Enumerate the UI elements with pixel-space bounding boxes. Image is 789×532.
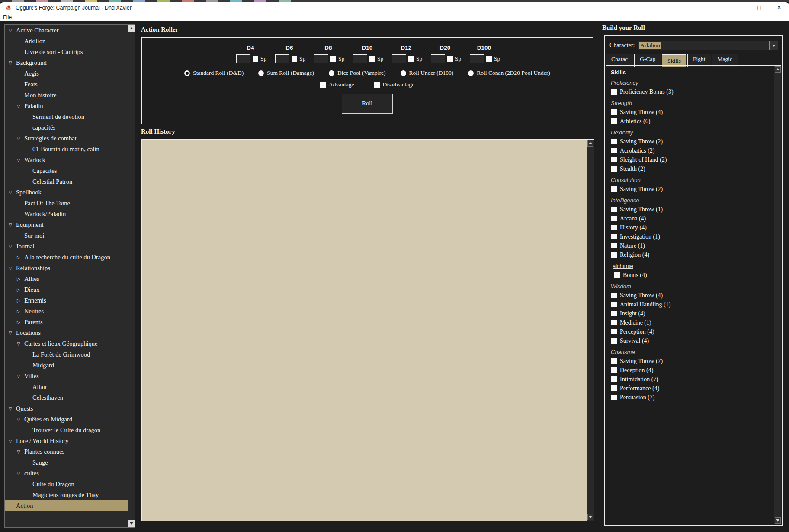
checkbox-icon[interactable]	[611, 376, 617, 382]
collapse-icon[interactable]: ▽	[17, 136, 24, 141]
tree-item-relationships[interactable]: ▽Relationships	[5, 263, 128, 274]
checkbox-icon[interactable]	[611, 89, 617, 95]
checkbox-icon[interactable]	[611, 338, 617, 344]
collapse-icon[interactable]: ▽	[17, 417, 24, 422]
tree-item-alli-s[interactable]: ▷Alliés	[5, 274, 128, 284]
chevron-down-icon[interactable]	[769, 41, 778, 50]
checkbox-icon[interactable]	[611, 302, 617, 307]
tree-item-capacit-s[interactable]: Capacités	[5, 166, 128, 176]
skill-saving-throw-7-checkbox[interactable]: Saving Throw (7)	[611, 357, 774, 365]
tree-item-active-character[interactable]: ▽Active Character	[5, 25, 128, 36]
tree-item-warlock-paladin[interactable]: Warlock/Paladin	[5, 209, 128, 220]
tree-item-celestial-patron[interactable]: Celestial Patron	[5, 176, 128, 187]
minimize-button[interactable]: —	[729, 2, 749, 13]
roll-history-scrollbar[interactable]	[587, 140, 594, 521]
radio-icon[interactable]	[184, 70, 190, 76]
skill-nature-1-checkbox[interactable]: Nature (1)	[611, 242, 774, 250]
tree-item-paladin[interactable]: ▽Paladin	[5, 101, 128, 111]
roll-mode-roll-under-d100[interactable]: Roll Under (D100)	[401, 70, 454, 76]
skill-insight-4-checkbox[interactable]: Insight (4)	[611, 309, 774, 318]
skill-stealth-2-checkbox[interactable]: Stealth (2)	[611, 165, 774, 173]
checkbox-icon[interactable]	[611, 311, 617, 316]
tree-item-trouver-le-culte-du-dragon[interactable]: Trouver le Culte du dragon	[5, 425, 128, 436]
skill-saving-throw-2-checkbox[interactable]: Saving Throw (2)	[611, 137, 774, 146]
expand-icon[interactable]: ▷	[17, 277, 24, 281]
checkbox-icon[interactable]	[611, 216, 617, 221]
d12-sp-checkbox[interactable]	[408, 56, 414, 62]
tree-item-warlock[interactable]: ▽Warlock	[5, 155, 128, 166]
skill-deception-4-checkbox[interactable]: Deception (4)	[611, 366, 774, 374]
radio-icon[interactable]	[329, 70, 334, 76]
character-select[interactable]: Arkilion	[638, 41, 778, 50]
scroll-up-icon[interactable]	[128, 25, 135, 32]
checkbox-icon[interactable]	[611, 385, 617, 391]
skill-proficiency-bonus-3-checkbox[interactable]: Proficiency Bonus (3)	[611, 88, 774, 96]
roll-mode-roll-conan-2d20-pool-under[interactable]: Roll Conan (2D20 Pool Under)	[468, 70, 550, 76]
tree-item-ennemis[interactable]: ▷Ennemis	[5, 295, 128, 306]
scroll-up-icon[interactable]	[587, 140, 593, 147]
collapse-icon[interactable]: ▽	[9, 244, 16, 249]
expand-icon[interactable]: ▷	[17, 298, 24, 303]
skill-survival-4-checkbox[interactable]: Survival (4)	[611, 337, 774, 345]
radio-icon[interactable]	[258, 70, 264, 76]
tree-item-alta-r[interactable]: Altaïr	[5, 382, 128, 392]
d4-sp-checkbox[interactable]	[253, 56, 258, 62]
tree-item-background[interactable]: ▽Background	[5, 57, 128, 68]
d20-count-input[interactable]	[431, 54, 445, 63]
tree-item-sur-moi[interactable]: Sur moi	[5, 230, 128, 241]
disadvantage-checkbox[interactable]: Disadvantage	[374, 81, 414, 88]
collapse-icon[interactable]: ▽	[17, 158, 24, 162]
tree-item-mon-histoire[interactable]: Mon histoire	[5, 90, 128, 101]
tree-item-cartes-et-lieux-g-ographique[interactable]: ▽Cartes et lieux Géographique	[5, 338, 128, 349]
tree-item-sauge[interactable]: Sauge	[5, 457, 128, 468]
checkbox-icon[interactable]	[611, 243, 617, 248]
collapse-icon[interactable]: ▽	[9, 331, 16, 335]
scroll-down-icon[interactable]	[587, 514, 593, 520]
collapse-icon[interactable]: ▽	[9, 28, 16, 33]
skill-perception-4-checkbox[interactable]: Perception (4)	[611, 328, 774, 336]
skill-medicine-1-checkbox[interactable]: Medicine (1)	[611, 319, 774, 327]
checkbox-icon[interactable]	[611, 166, 617, 172]
tree-item-locations[interactable]: ▽Locations	[5, 328, 128, 338]
advantage-checkbox[interactable]: Advantage	[320, 81, 354, 88]
sidebar-scrollbar[interactable]	[128, 25, 135, 527]
scroll-up-icon[interactable]	[775, 66, 781, 73]
titlebar[interactable]: Oggure's Forge: Campaign Journal - Dnd X…	[0, 2, 789, 13]
roll-mode-sum-roll-damage[interactable]: Sum Roll (Damage)	[258, 70, 314, 76]
checkbox-icon[interactable]	[611, 109, 617, 115]
skill-acrobatics-2-checkbox[interactable]: Acrobatics (2)	[611, 147, 774, 155]
tree-item-serment-de-d-votion[interactable]: Serment de dévotion	[5, 111, 128, 122]
collapse-icon[interactable]: ▽	[9, 266, 16, 271]
tree-item-equipment[interactable]: ▽Equipment	[5, 220, 128, 230]
tree-item-action[interactable]: Action	[5, 500, 128, 511]
tree-item-pact-of-the-tome[interactable]: Pact Of The Tome	[5, 198, 128, 209]
checkbox-icon[interactable]	[611, 207, 617, 212]
d10-sp-checkbox[interactable]	[369, 56, 375, 62]
tree-item-spellbook[interactable]: ▽Spellbook	[5, 187, 128, 198]
collapse-icon[interactable]: ▽	[9, 190, 16, 195]
checkbox-icon[interactable]	[611, 186, 617, 192]
roll-mode-dice-pool-vampire[interactable]: Dice Pool (Vampire)	[329, 70, 386, 76]
scroll-down-icon[interactable]	[128, 520, 135, 527]
checkbox-icon[interactable]	[611, 148, 617, 153]
checkbox-icon[interactable]	[611, 157, 617, 162]
collapse-icon[interactable]: ▽	[17, 471, 24, 476]
close-button[interactable]: ✕	[769, 2, 789, 13]
expand-icon[interactable]: ▷	[17, 255, 24, 260]
d100-sp-checkbox[interactable]	[486, 56, 492, 62]
expand-icon[interactable]: ▷	[17, 320, 24, 325]
tree-item-quests[interactable]: ▽Quests	[5, 403, 128, 414]
tree-item-strat-gies-de-combat[interactable]: ▽Stratégies de combat	[5, 133, 128, 144]
tree-item-a-la-recherche-du-culte-du-dragon[interactable]: ▷A la recherche du culte du Dragon	[5, 252, 128, 263]
checkbox-icon[interactable]	[614, 272, 620, 278]
collapse-icon[interactable]: ▽	[17, 449, 24, 454]
checkbox-icon[interactable]	[611, 139, 617, 144]
d8-sp-checkbox[interactable]	[330, 56, 336, 62]
menu-file[interactable]: File	[0, 14, 15, 20]
collapse-icon[interactable]: ▽	[9, 61, 16, 65]
checkbox-icon[interactable]	[611, 293, 617, 298]
skill-sleight-of-hand-2-checkbox[interactable]: Sleight of Hand (2)	[611, 156, 774, 164]
skills-scrollbar[interactable]	[774, 66, 781, 524]
tree-item-livre-de-sort-cantrips[interactable]: Livre de sort - Cantrips	[5, 47, 128, 57]
tree-item-capacit-s[interactable]: capacités	[5, 122, 128, 133]
